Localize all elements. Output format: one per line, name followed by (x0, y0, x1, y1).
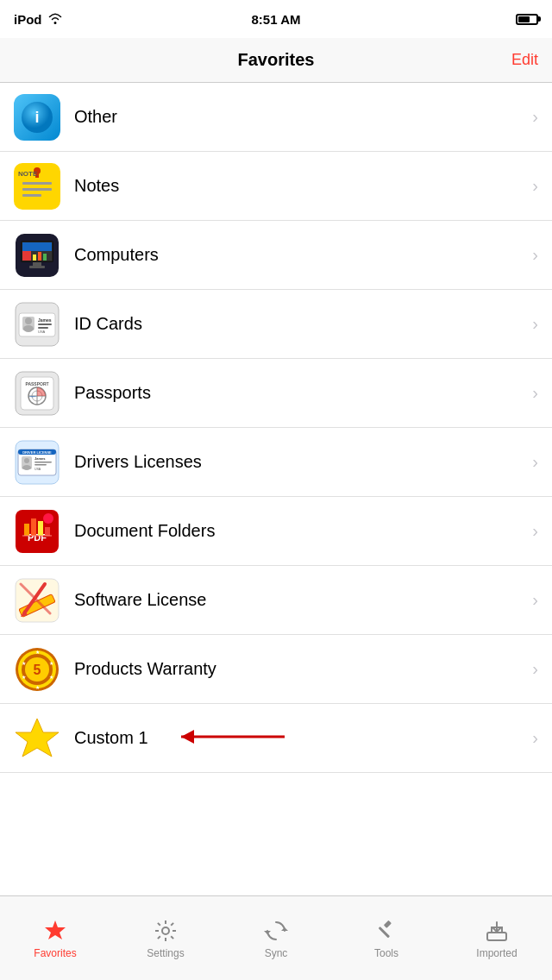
svg-rect-12 (22, 242, 52, 251)
svg-rect-26 (38, 324, 52, 325)
status-time: 8:51 AM (252, 12, 301, 27)
list-item-idcards[interactable]: James USA ID Cards › (0, 290, 552, 359)
svg-point-24 (23, 325, 34, 332)
svg-rect-87 (384, 920, 392, 927)
svg-line-84 (158, 936, 160, 939)
list-item-docfolders[interactable]: PDF Document Folders › (0, 497, 552, 566)
svg-point-53 (43, 513, 53, 524)
icon-custom1 (14, 715, 60, 762)
favorites-tab-label: Favorites (34, 947, 76, 959)
status-right (516, 14, 538, 25)
list-item-passports[interactable]: PASSPORT Passports › (0, 359, 552, 428)
svg-marker-75 (45, 920, 66, 939)
favorites-list: i Other › NOTE Notes › (0, 83, 552, 895)
svg-rect-44 (34, 462, 52, 463)
arrow-annotation (155, 719, 293, 757)
svg-rect-17 (43, 254, 47, 261)
list-item-other[interactable]: i Other › (0, 83, 552, 152)
svg-text:NOTE: NOTE (18, 170, 38, 178)
chevron-icon-warranty: › (532, 659, 538, 679)
item-label-other: Other (74, 107, 532, 127)
icon-notes: NOTE (14, 163, 60, 210)
svg-rect-6 (22, 188, 52, 191)
svg-point-23 (25, 317, 32, 324)
chevron-icon-notes: › (532, 176, 538, 196)
svg-rect-50 (31, 518, 36, 536)
icon-other: i (14, 94, 60, 141)
battery-icon (516, 14, 538, 25)
svg-rect-88 (379, 926, 390, 937)
icon-warranty: 5 ★ ★ ★ ★ ★ ★ (14, 646, 60, 693)
svg-rect-45 (34, 464, 47, 466)
chevron-icon-docfolders: › (532, 521, 538, 541)
page-title: Favorites (238, 50, 315, 70)
item-label-softlicense: Software License (74, 590, 532, 610)
edit-button[interactable]: Edit (511, 51, 538, 69)
icon-passports: PASSPORT (14, 370, 60, 417)
sync-tab-icon (263, 918, 289, 944)
svg-point-42 (22, 465, 31, 470)
list-item-warranty[interactable]: 5 ★ ★ ★ ★ ★ ★ Products Warranty › (0, 635, 552, 704)
item-label-docfolders: Document Folders (74, 521, 532, 541)
item-label-idcards: ID Cards (74, 314, 532, 334)
svg-rect-7 (22, 194, 41, 197)
tab-favorites[interactable]: Favorites (0, 918, 110, 959)
nav-bar: Favorites Edit (0, 38, 552, 83)
item-label-passports: Passports (74, 383, 532, 403)
list-item-drivers[interactable]: DRIVER LICENSE James USA Drivers License… (0, 428, 552, 497)
svg-line-83 (171, 922, 173, 925)
favorites-tab-icon (42, 918, 68, 944)
svg-point-41 (24, 458, 29, 463)
tools-tab-icon (373, 918, 399, 944)
svg-text:DRIVER LICENSE: DRIVER LICENSE (22, 450, 52, 455)
chevron-icon-idcards: › (532, 314, 538, 334)
svg-text:PASSPORT: PASSPORT (25, 381, 48, 386)
svg-text:★: ★ (35, 685, 40, 690)
chevron-icon-custom1: › (532, 728, 538, 748)
tab-sync[interactable]: Sync (221, 918, 331, 959)
tab-settings[interactable]: Settings (110, 918, 221, 959)
item-label-drivers: Drivers Licenses (74, 452, 532, 472)
item-label-warranty: Products Warranty (74, 659, 532, 679)
settings-tab-icon (153, 918, 179, 944)
svg-text:i: i (34, 109, 39, 126)
svg-rect-15 (33, 254, 36, 261)
chevron-icon-passports: › (532, 383, 538, 403)
svg-marker-72 (16, 719, 59, 757)
svg-marker-74 (181, 730, 194, 744)
svg-line-82 (171, 936, 173, 939)
item-label-notes: Notes (74, 176, 532, 196)
tab-tools[interactable]: Tools (331, 918, 442, 959)
item-label-custom1: Custom 1 (74, 728, 532, 748)
svg-rect-49 (24, 524, 29, 536)
svg-marker-86 (264, 931, 271, 934)
tools-tab-label: Tools (374, 947, 398, 959)
list-item-computers[interactable]: Computers › (0, 221, 552, 290)
icon-idcards: James USA (14, 301, 60, 348)
list-item-softlicense[interactable]: Software License › (0, 566, 552, 635)
wifi-icon (47, 12, 63, 27)
svg-line-81 (158, 922, 160, 925)
tab-imported[interactable]: Imported (442, 918, 552, 959)
chevron-icon-drivers: › (532, 452, 538, 472)
list-item-notes[interactable]: NOTE Notes › (0, 152, 552, 221)
svg-rect-18 (33, 262, 41, 266)
icon-drivers: DRIVER LICENSE James USA (14, 439, 60, 486)
svg-marker-85 (281, 927, 288, 931)
svg-rect-16 (38, 252, 41, 261)
svg-text:★: ★ (22, 661, 26, 666)
svg-point-76 (162, 927, 169, 934)
svg-text:★: ★ (49, 661, 53, 666)
svg-rect-89 (487, 933, 506, 940)
svg-text:★: ★ (49, 675, 53, 680)
status-left: iPod (14, 12, 63, 27)
tab-bar: Favorites Settings (0, 895, 552, 980)
list-item-custom1[interactable]: Custom 1 › (0, 704, 552, 773)
svg-text:★: ★ (22, 675, 26, 680)
imported-tab-label: Imported (476, 947, 517, 959)
chevron-icon-softlicense: › (532, 590, 538, 610)
svg-text:★: ★ (35, 650, 40, 655)
svg-text:USA: USA (34, 468, 41, 471)
status-bar: iPod 8:51 AM (0, 0, 552, 38)
icon-softlicense (14, 577, 60, 624)
